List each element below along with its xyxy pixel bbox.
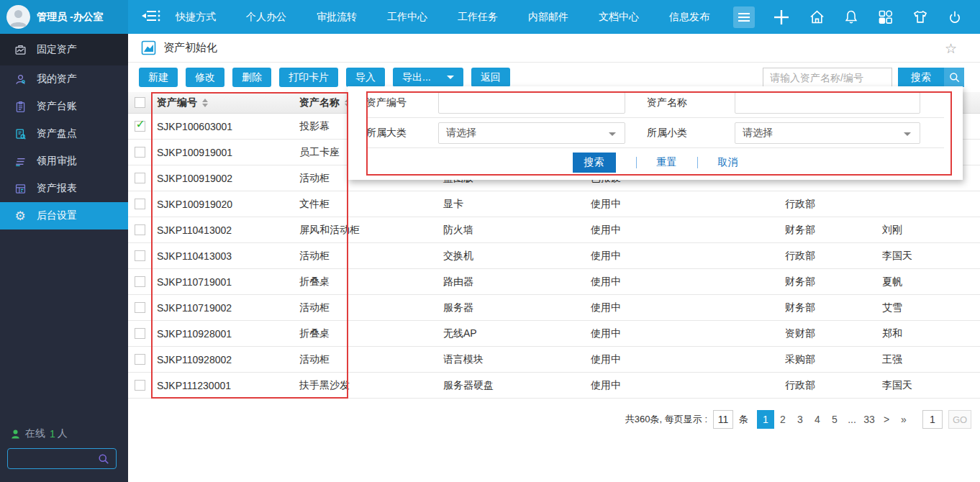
top-menu-item[interactable]: 文档中心 bbox=[584, 0, 654, 34]
quick-search-magnifier-button[interactable] bbox=[944, 68, 964, 87]
page-button[interactable]: 3 bbox=[791, 410, 809, 429]
top-menu-item[interactable]: 信息发布 bbox=[654, 0, 725, 34]
filter-asset-code-input[interactable] bbox=[438, 92, 625, 114]
apps-grid-icon[interactable] bbox=[877, 9, 894, 25]
page-button[interactable]: ... bbox=[843, 410, 861, 429]
table-row[interactable]: ✓ SJKP110413003 活动柜 交换机 使用中 行政部 李国天 bbox=[128, 243, 980, 269]
sidebar-item-my-assets[interactable]: 我的资产 bbox=[0, 65, 128, 93]
table-row[interactable]: ✓ SJKP100919020 文件柜 显卡 使用中 行政部 bbox=[128, 191, 980, 217]
cell-asset-name: 折叠桌 bbox=[294, 327, 437, 340]
select-caret-icon bbox=[609, 132, 616, 136]
go-button[interactable]: GO bbox=[948, 410, 971, 429]
sidebar-item-requisition-approval[interactable]: 领用审批 bbox=[0, 147, 128, 175]
cell-asset-name2: 显卡 bbox=[437, 198, 585, 211]
home-icon[interactable] bbox=[809, 9, 825, 25]
row-checkbox[interactable]: ✓ bbox=[135, 380, 145, 391]
page-button[interactable]: » bbox=[895, 410, 912, 429]
filter-category-select[interactable]: 请选择 bbox=[438, 122, 625, 144]
top-menu-item[interactable]: 审批流转 bbox=[301, 0, 372, 34]
toolbar-button[interactable]: 打印卡片 bbox=[279, 68, 338, 87]
top-menu-item[interactable]: 快捷方式 bbox=[160, 0, 231, 34]
sidebar-search-input[interactable] bbox=[8, 453, 97, 464]
cell-user: 王强 bbox=[876, 353, 980, 366]
table-row[interactable]: ✓ SJKP110928001 折叠桌 无线AP 使用中 资财部 郑和 bbox=[128, 321, 980, 347]
cell-asset-code: SJKP100603001 bbox=[151, 121, 294, 132]
sidebar-item-fixed-assets[interactable]: 固定资产 bbox=[0, 34, 128, 65]
favorite-star-icon[interactable]: ☆ bbox=[945, 40, 957, 57]
sidebar-item-asset-inventory[interactable]: 资产盘点 bbox=[0, 120, 128, 147]
row-checkbox[interactable]: ✓ bbox=[135, 173, 145, 183]
page-button[interactable]: 5 bbox=[826, 410, 843, 429]
select-caret-icon bbox=[904, 132, 911, 136]
online-label: 在线 bbox=[25, 427, 45, 440]
quick-search-input[interactable] bbox=[763, 68, 892, 87]
page-button[interactable]: 1 bbox=[757, 410, 774, 429]
filter-asset-name-input[interactable] bbox=[735, 92, 920, 114]
avatar[interactable] bbox=[6, 5, 30, 29]
sidebar-item-asset-ledger[interactable]: 资产台账 bbox=[0, 93, 128, 120]
filter-reset-link[interactable]: 重置 bbox=[657, 156, 677, 169]
row-checkbox[interactable]: ✓ bbox=[135, 224, 145, 235]
filter-subcategory-select[interactable]: 请选择 bbox=[735, 122, 920, 144]
row-checkbox[interactable]: ✓ bbox=[135, 199, 145, 209]
row-checkbox[interactable]: ✓ bbox=[135, 121, 145, 132]
table-row[interactable]: ✓ SJKP111230001 扶手黑沙发 服务器硬盘 使用中 行政部 李国天 bbox=[128, 373, 980, 399]
sidebar-item-asset-reports[interactable]: 资产报表 bbox=[0, 175, 128, 202]
top-menu-item[interactable]: 内部邮件 bbox=[513, 0, 584, 34]
add-icon[interactable] bbox=[772, 8, 791, 27]
online-status: 在线 1 人 bbox=[10, 427, 68, 440]
top-menu-item[interactable]: 个人办公 bbox=[231, 0, 301, 34]
cell-asset-name2: 语言模块 bbox=[437, 353, 585, 366]
row-checkbox[interactable]: ✓ bbox=[135, 302, 145, 313]
top-menu-item[interactable]: 工作中心 bbox=[372, 0, 443, 34]
top-menu-item[interactable]: 工作任务 bbox=[443, 0, 513, 34]
filter-search-button[interactable]: 搜索 bbox=[573, 153, 616, 173]
column-header-asset-code[interactable]: 资产编号 bbox=[151, 96, 294, 109]
sidebar-search-icon[interactable] bbox=[97, 453, 110, 465]
page-button[interactable]: 2 bbox=[774, 410, 791, 429]
filter-label-subcategory: 所属小类 bbox=[647, 127, 735, 140]
page-size-input[interactable] bbox=[713, 410, 733, 429]
page-button[interactable]: 4 bbox=[809, 410, 826, 429]
quick-search-button[interactable]: 搜索 bbox=[898, 68, 944, 87]
toolbar-button[interactable]: 修改 bbox=[186, 68, 224, 87]
table-row[interactable]: ✓ SJKP110719002 活动柜 服务器 使用中 财务部 艾雪 bbox=[128, 295, 980, 321]
table-row[interactable]: ✓ SJKP110928002 活动柜 语言模块 使用中 采购部 王强 bbox=[128, 347, 980, 373]
row-checkbox[interactable]: ✓ bbox=[135, 354, 145, 365]
goto-page-input[interactable] bbox=[922, 410, 943, 429]
page-button[interactable]: 33 bbox=[861, 410, 878, 429]
row-checkbox[interactable]: ✓ bbox=[135, 250, 145, 261]
row-checkbox[interactable]: ✓ bbox=[135, 147, 145, 158]
toolbar-button[interactable]: 新建 bbox=[139, 68, 178, 87]
table-row[interactable]: ✓ SJKP110413002 屏风和活动柜 防火墙 使用中 财务部 刘刚 bbox=[128, 217, 980, 243]
page-button[interactable]: > bbox=[878, 410, 895, 429]
table-row[interactable]: ✓ SJKP110719001 折叠桌 路由器 使用中 财务部 夏帆 bbox=[128, 269, 980, 295]
toolbar-button[interactable]: 导出... bbox=[393, 68, 463, 87]
cell-asset-code: SJKP110719001 bbox=[151, 276, 294, 288]
filter-actions: 搜索 重置 取消 bbox=[366, 148, 944, 177]
collapse-menu-icon[interactable] bbox=[140, 8, 160, 27]
cell-asset-name: 屏风和活动柜 bbox=[294, 224, 437, 237]
cell-user: 郑和 bbox=[876, 327, 980, 340]
cell-status: 使用中 bbox=[585, 327, 779, 340]
sidebar-item-backend-settings[interactable]: ⚙ 后台设置 bbox=[0, 202, 128, 229]
row-checkbox[interactable]: ✓ bbox=[135, 328, 145, 339]
cell-department: 采购部 bbox=[779, 353, 876, 366]
filter-row-1: 资产编号 资产名称 bbox=[366, 88, 944, 118]
toolbar-button[interactable]: 导入 bbox=[346, 68, 385, 87]
sort-icon[interactable] bbox=[202, 99, 208, 107]
toolbar-button[interactable]: 删除 bbox=[232, 68, 271, 87]
row-checkbox[interactable]: ✓ bbox=[135, 276, 145, 287]
theme-shirt-icon[interactable] bbox=[912, 9, 929, 25]
cell-department: 财务部 bbox=[779, 224, 876, 237]
power-icon[interactable] bbox=[947, 9, 963, 25]
cell-asset-name2: 无线AP bbox=[437, 327, 585, 340]
user-area[interactable]: 管理员 -办公室 bbox=[0, 0, 128, 34]
toolbar-button[interactable]: 返回 bbox=[471, 68, 510, 87]
bell-icon[interactable] bbox=[843, 9, 859, 25]
filter-cancel-link[interactable]: 取消 bbox=[718, 156, 738, 169]
select-all-checkbox[interactable]: ✓ bbox=[135, 97, 145, 108]
user-silhouette-icon bbox=[6, 5, 30, 29]
separator bbox=[636, 157, 637, 168]
hamburger-menu-button[interactable] bbox=[733, 6, 755, 28]
